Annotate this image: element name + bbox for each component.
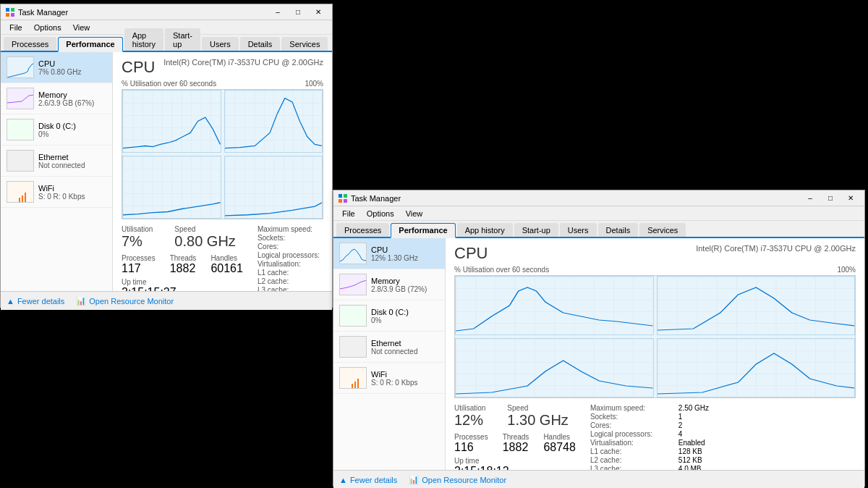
cpu-chart-1-2	[657, 276, 856, 335]
svg-rect-24	[340, 243, 367, 264]
stat-handles-2: Handles 68748	[543, 433, 576, 454]
menu-view-2[interactable]: View	[400, 208, 429, 219]
tab-users-1[interactable]: Users	[202, 37, 239, 51]
tab-services-2[interactable]: Services	[639, 223, 686, 237]
minimize-button-2[interactable]: –	[801, 192, 820, 205]
app-icon-2	[338, 193, 348, 203]
tab-details-2[interactable]: Details	[598, 223, 639, 237]
main-panel-2: CPU Intel(R) Core(TM) i7-3537U CPU @ 2.0…	[446, 238, 864, 470]
svg-rect-39	[658, 339, 855, 397]
cpu-chart-3-2	[657, 338, 856, 397]
tab-performance-1[interactable]: Performance	[58, 37, 122, 52]
menu-view-1[interactable]: View	[67, 22, 96, 33]
fewer-details-link-1[interactable]: ▲ Fewer details	[7, 297, 64, 306]
stat-uptime-2: Up time 2:15:18:12	[454, 457, 576, 470]
ethernet-thumb-2	[339, 336, 367, 358]
sidebar-item-ethernet-2[interactable]: Ethernet Not connected	[333, 332, 445, 363]
sidebar-label-cpu-1: CPU 7% 0.80 GHz	[38, 59, 106, 76]
tab-apphistory-1[interactable]: App history	[124, 28, 163, 51]
stats-row-util-1: Utilisation 7% Speed 0.80 GHz	[122, 225, 243, 250]
stat-processes-2: Processes 116	[454, 433, 488, 454]
tab-apphistory-2[interactable]: App history	[457, 223, 513, 237]
panel-title-1: CPU	[122, 58, 155, 77]
sidebar-item-disk-1[interactable]: Disk 0 (C:) 0%	[1, 114, 112, 146]
tab-processes-2[interactable]: Processes	[336, 223, 389, 237]
cpu-chart-0-1	[122, 90, 221, 153]
svg-rect-27	[340, 337, 367, 358]
sidebar-item-cpu-1[interactable]: CPU 7% 0.80 GHz	[1, 52, 112, 83]
menu-options-2[interactable]: Options	[361, 208, 400, 219]
svg-rect-25	[340, 274, 367, 295]
open-monitor-link-1[interactable]: 📊 Open Resource Monitor	[76, 296, 174, 306]
task-manager-window-1[interactable]: Task Manager – □ ✕ File Options View Pro…	[0, 4, 333, 308]
tab-startup-2[interactable]: Start-up	[514, 223, 558, 237]
svg-rect-9	[19, 198, 20, 202]
sidebar-item-wifi-2[interactable]: WiFi S: 0 R: 0 Kbps	[333, 363, 445, 394]
stats-right-2: Maximum speed: 2.50 GHz Sockets: 1 Cores…	[590, 404, 720, 470]
sidebar-1: CPU 7% 0.80 GHz Memory 2.6/3.9 GB (67%)	[1, 52, 113, 291]
close-button-2[interactable]: ✕	[841, 192, 860, 205]
stat-threads-2: Threads 1882	[503, 433, 529, 454]
tab-processes-1[interactable]: Processes	[4, 37, 56, 51]
svg-rect-15	[225, 91, 323, 152]
svg-rect-3	[11, 13, 14, 17]
app-icon-1	[5, 7, 15, 17]
disk-thumb-1	[7, 119, 34, 140]
cpu-thumb-1	[7, 56, 34, 78]
chart-area-label-2: % Utilisation over 60 seconds 100%	[454, 266, 856, 275]
stat-threads-1: Threads 1882	[170, 254, 197, 275]
chart-area-label-1: % Utilisation over 60 seconds 100%	[122, 80, 323, 89]
restore-button-1[interactable]: □	[289, 6, 307, 19]
tab-startup-1[interactable]: Start-up	[165, 28, 200, 51]
svg-rect-1	[11, 8, 14, 12]
tab-users-2[interactable]: Users	[560, 223, 597, 237]
sidebar-item-disk-2[interactable]: Disk 0 (C:) 0%	[333, 300, 445, 332]
svg-rect-33	[456, 277, 653, 335]
menu-file-1[interactable]: File	[4, 22, 28, 33]
svg-rect-17	[123, 156, 221, 218]
title-bar-1: Task Manager – □ ✕	[1, 4, 332, 20]
task-manager-window-2[interactable]: Task Manager – □ ✕ File Options View Pro…	[333, 190, 865, 487]
title-bar-2: Task Manager – □ ✕	[333, 190, 864, 206]
menu-file-2[interactable]: File	[336, 208, 361, 219]
svg-rect-13	[123, 91, 221, 152]
window-controls-1[interactable]: – □ ✕	[268, 6, 328, 19]
cpu-thumb-2	[339, 243, 367, 264]
stat-speed-1: Speed 0.80 GHz	[174, 225, 235, 250]
wifi-thumb-1	[7, 181, 34, 203]
window-controls-2[interactable]: – □ ✕	[801, 192, 860, 205]
sidebar-item-wifi-1[interactable]: WiFi S: 0 R: 0 Kbps	[1, 177, 112, 208]
stats-left-2: Utilisation 12% Speed 1.30 GHz Processes…	[454, 404, 576, 470]
bottom-bar-2: ▲ Fewer details 📊 Open Resource Monitor	[333, 470, 864, 488]
svg-rect-7	[7, 151, 34, 172]
chevron-up-icon-1: ▲	[7, 297, 14, 306]
tab-performance-2[interactable]: Performance	[391, 223, 455, 238]
sidebar-item-memory-2[interactable]: Memory 2.8/3.9 GB (72%)	[333, 269, 445, 300]
menu-options-1[interactable]: Options	[28, 22, 67, 33]
restore-button-2[interactable]: □	[821, 192, 840, 205]
svg-rect-35	[658, 277, 855, 335]
sidebar-item-ethernet-1[interactable]: Ethernet Not connected	[1, 146, 112, 177]
sidebar-item-memory-1[interactable]: Memory 2.6/3.9 GB (67%)	[1, 83, 112, 114]
tab-details-1[interactable]: Details	[240, 37, 281, 51]
cpu-chart-3-1	[224, 156, 323, 219]
panel-header-1: CPU Intel(R) Core(TM) i7-3537U CPU @ 2.0…	[122, 58, 323, 77]
close-button-1[interactable]: ✕	[309, 6, 328, 19]
svg-rect-30	[354, 382, 356, 388]
open-monitor-link-2[interactable]: 📊 Open Resource Monitor	[409, 475, 506, 484]
stat-utilisation-2: Utilisation 12%	[454, 404, 485, 429]
info-table-2: Maximum speed: 2.50 GHz Sockets: 1 Cores…	[590, 404, 720, 470]
cpu-charts-1	[122, 89, 323, 219]
fewer-details-link-2[interactable]: ▲ Fewer details	[339, 476, 397, 484]
minimize-button-1[interactable]: –	[268, 6, 287, 19]
sidebar-label-ethernet-2: Ethernet Not connected	[371, 339, 439, 356]
panel-title-2: CPU	[454, 244, 488, 263]
memory-thumb-2	[339, 274, 367, 295]
tab-bar-1: Processes Performance App history Start-…	[1, 35, 332, 52]
svg-rect-21	[344, 194, 347, 198]
svg-rect-20	[339, 194, 342, 198]
stats-row-util-2: Utilisation 12% Speed 1.30 GHz	[454, 404, 576, 429]
sidebar-item-cpu-2[interactable]: CPU 12% 1.30 GHz	[333, 238, 445, 269]
main-panel-1: CPU Intel(R) Core(TM) i7-3537U CPU @ 2.0…	[113, 52, 332, 291]
tab-services-1[interactable]: Services	[281, 37, 328, 51]
